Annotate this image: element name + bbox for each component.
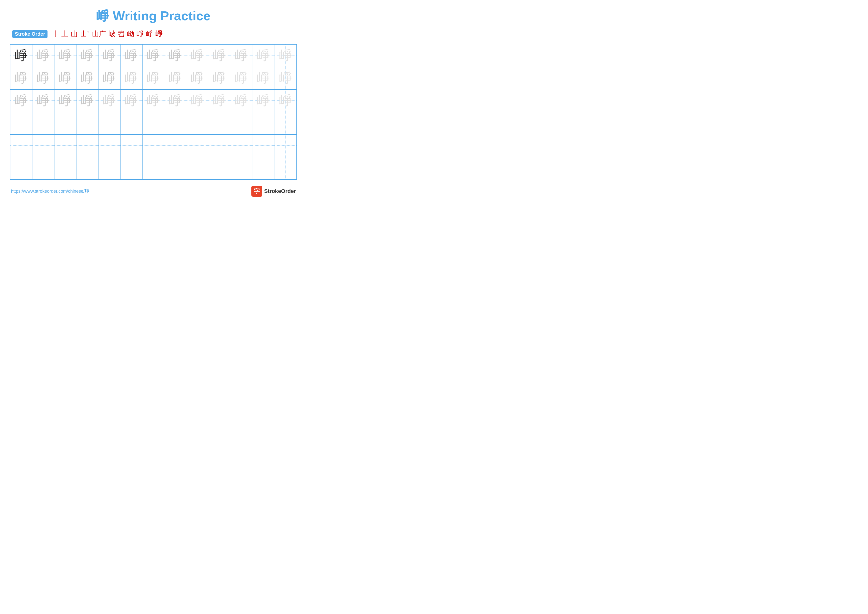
grid-cell[interactable] xyxy=(253,112,274,134)
grid-cell[interactable]: 崢 xyxy=(98,45,121,67)
grid-cell[interactable] xyxy=(143,157,164,179)
grid-cell[interactable]: 崢 xyxy=(164,45,186,67)
grid-cell[interactable] xyxy=(208,157,230,179)
grid-cell[interactable]: 崢 xyxy=(76,90,98,112)
grid-cell[interactable] xyxy=(10,135,33,157)
grid-cell[interactable] xyxy=(186,135,208,157)
grid-cell[interactable]: 崢 xyxy=(164,67,186,89)
grid-cell[interactable]: 崢 xyxy=(208,45,230,67)
grid-cell[interactable] xyxy=(186,112,208,134)
grid-cell[interactable]: 崢 xyxy=(98,90,121,112)
grid-cell[interactable]: 崢 xyxy=(274,67,296,89)
grid-cell[interactable]: 崢 xyxy=(143,67,164,89)
grid-cell[interactable]: 崢 xyxy=(186,45,208,67)
grid-cell[interactable] xyxy=(76,112,98,134)
grid-cell[interactable] xyxy=(76,135,98,157)
grid-cell[interactable] xyxy=(186,157,208,179)
grid-cell[interactable]: 崢 xyxy=(10,67,33,89)
stroke-chars: 丨 丄 山 山` 山广 岥 岧 岰 崢 崢 崢 xyxy=(52,29,162,39)
grid-cell[interactable]: 崢 xyxy=(121,67,143,89)
grid-cell[interactable]: 崢 xyxy=(76,45,98,67)
grid-cell[interactable]: 崢 xyxy=(186,90,208,112)
grid-cell[interactable]: 崢 xyxy=(121,45,143,67)
grid-cell[interactable]: 崢 xyxy=(33,45,54,67)
grid-cell[interactable] xyxy=(274,112,296,134)
grid-cell[interactable] xyxy=(121,135,143,157)
grid-cell[interactable] xyxy=(253,157,274,179)
grid-row-empty xyxy=(10,135,296,157)
grid-cell[interactable]: 崢 xyxy=(274,90,296,112)
grid-cell[interactable]: 崢 xyxy=(33,90,54,112)
grid-cell[interactable]: 崢 xyxy=(230,45,253,67)
grid-cell[interactable]: 崢 xyxy=(274,45,296,67)
grid-cell[interactable] xyxy=(33,135,54,157)
grid-cell[interactable] xyxy=(121,112,143,134)
grid-cell[interactable]: 崢 xyxy=(186,67,208,89)
grid-cell[interactable]: 崢 xyxy=(10,90,33,112)
grid-cell[interactable]: 崢 xyxy=(54,90,76,112)
grid-cell[interactable]: 崢 xyxy=(208,90,230,112)
grid-cell[interactable] xyxy=(274,135,296,157)
grid-cell[interactable]: 崢 xyxy=(54,67,76,89)
grid-cell[interactable]: 崢 xyxy=(10,45,33,67)
footer: https://www.strokeorder.com/chinese/崢 字 … xyxy=(10,186,297,197)
grid-cell[interactable]: 崢 xyxy=(253,90,274,112)
grid-cell[interactable]: 崢 xyxy=(164,90,186,112)
stroke-order-row: Stroke Order 丨 丄 山 山` 山广 岥 岧 岰 崢 崢 崢 xyxy=(12,29,297,39)
grid-cell[interactable] xyxy=(54,157,76,179)
stroke-order-badge: Stroke Order xyxy=(12,30,48,38)
grid-cell[interactable]: 崢 xyxy=(98,67,121,89)
grid-row: 崢 崢 崢 崢 崢 崢 崢 崢 崢 崢 崢 崢 崢 xyxy=(10,45,296,67)
grid-cell[interactable] xyxy=(76,157,98,179)
grid-cell[interactable] xyxy=(208,112,230,134)
logo-text: StrokeOrder xyxy=(264,188,296,194)
grid-cell[interactable]: 崢 xyxy=(253,45,274,67)
grid-row: 崢 崢 崢 崢 崢 崢 崢 崢 崢 崢 崢 崢 崢 xyxy=(10,67,296,90)
grid-cell[interactable] xyxy=(230,135,253,157)
grid-row-empty xyxy=(10,112,296,135)
grid-cell[interactable]: 崢 xyxy=(143,45,164,67)
grid-cell[interactable]: 崢 xyxy=(76,67,98,89)
grid-cell[interactable] xyxy=(164,157,186,179)
grid-cell[interactable] xyxy=(33,112,54,134)
grid-cell[interactable] xyxy=(143,135,164,157)
grid-cell[interactable] xyxy=(230,157,253,179)
grid-cell[interactable]: 崢 xyxy=(230,90,253,112)
grid-cell[interactable] xyxy=(121,157,143,179)
practice-grid: 崢 崢 崢 崢 崢 崢 崢 崢 崢 崢 崢 崢 崢 崢 崢 崢 崢 崢 崢 崢 … xyxy=(10,44,297,180)
grid-cell[interactable]: 崢 xyxy=(253,67,274,89)
grid-cell[interactable] xyxy=(54,135,76,157)
grid-cell[interactable] xyxy=(253,135,274,157)
grid-cell[interactable] xyxy=(10,112,33,134)
grid-cell[interactable]: 崢 xyxy=(121,90,143,112)
grid-cell[interactable] xyxy=(274,157,296,179)
grid-cell[interactable] xyxy=(33,157,54,179)
footer-logo: 字 StrokeOrder xyxy=(251,186,296,197)
grid-cell[interactable] xyxy=(164,135,186,157)
grid-cell[interactable] xyxy=(208,135,230,157)
grid-cell[interactable] xyxy=(143,112,164,134)
grid-row: 崢 崢 崢 崢 崢 崢 崢 崢 崢 崢 崢 崢 崢 xyxy=(10,90,296,112)
grid-cell[interactable] xyxy=(164,112,186,134)
grid-cell[interactable]: 崢 xyxy=(143,90,164,112)
grid-cell[interactable]: 崢 xyxy=(33,67,54,89)
grid-cell[interactable] xyxy=(98,157,121,179)
grid-row-empty xyxy=(10,157,296,179)
logo-icon: 字 xyxy=(251,186,262,197)
grid-cell[interactable]: 崢 xyxy=(208,67,230,89)
grid-cell[interactable] xyxy=(98,112,121,134)
footer-url[interactable]: https://www.strokeorder.com/chinese/崢 xyxy=(11,188,89,194)
grid-cell[interactable]: 崢 xyxy=(230,67,253,89)
grid-cell[interactable]: 崢 xyxy=(54,45,76,67)
grid-cell[interactable] xyxy=(10,157,33,179)
grid-cell[interactable] xyxy=(98,135,121,157)
page-title: 崢 Writing Practice xyxy=(10,8,297,25)
grid-cell[interactable] xyxy=(230,112,253,134)
grid-cell[interactable] xyxy=(54,112,76,134)
